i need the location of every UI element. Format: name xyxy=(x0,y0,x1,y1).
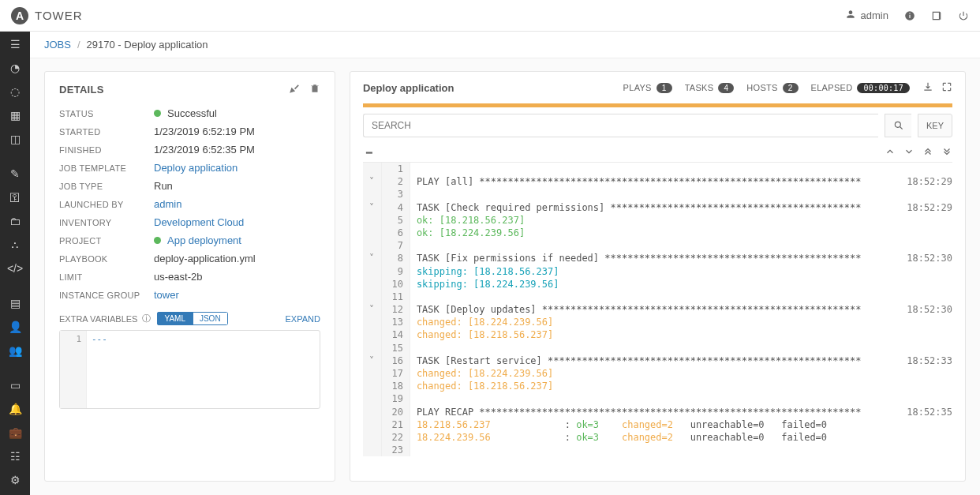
line-number: 19 xyxy=(382,392,410,405)
output-line[interactable]: 18changed: [18.218.56.237] xyxy=(363,380,952,392)
template-link[interactable]: Deploy application xyxy=(154,162,238,174)
teams-icon[interactable]: 👥 xyxy=(6,344,24,357)
collapse-all-icon[interactable]: ━ xyxy=(363,147,372,159)
expand-toggle-icon xyxy=(363,431,382,444)
extra-vars-editor[interactable]: 1 --- xyxy=(59,330,320,409)
output-title: Deploy application xyxy=(363,82,454,94)
output-line[interactable]: ˅12TASK [Deploy updates] ***************… xyxy=(363,303,952,316)
status-dot-icon xyxy=(154,110,161,117)
output-line[interactable]: 23 xyxy=(363,444,952,456)
brand-label: TOWER xyxy=(35,9,83,22)
project-dot-icon xyxy=(154,237,161,244)
credential-types-icon[interactable]: ▭ xyxy=(6,379,24,392)
project-link[interactable]: App deployment xyxy=(167,234,241,246)
instance-groups-icon[interactable]: ☷ xyxy=(6,450,24,463)
output-line[interactable]: 10skipping: [18.224.239.56] xyxy=(363,278,952,291)
expand-toggle-icon xyxy=(363,278,382,291)
portal-icon[interactable]: ◫ xyxy=(6,133,24,145)
inventories-icon[interactable]: ⛬ xyxy=(6,238,24,251)
launched-link[interactable]: admin xyxy=(154,198,181,210)
output-line[interactable]: ˅4TASK [Check required permissions] ****… xyxy=(363,201,952,214)
search-submit-button[interactable] xyxy=(885,114,911,137)
output-line[interactable]: 9skipping: [18.218.56.237] xyxy=(363,265,952,278)
output-line[interactable]: 6ok: [18.224.239.56] xyxy=(363,227,952,239)
expand-output-icon[interactable] xyxy=(941,81,952,94)
output-line[interactable]: 19 xyxy=(363,392,952,405)
output-line[interactable]: 2218.224.239.56 : ok=3 changed=2 unreach… xyxy=(363,431,952,444)
expand-toggle-icon[interactable]: ˅ xyxy=(363,303,382,316)
docs-button[interactable] xyxy=(931,10,942,21)
yaml-toggle[interactable]: YAML xyxy=(157,312,193,325)
output-line[interactable]: 20PLAY RECAP ***************************… xyxy=(363,406,952,418)
credentials-icon[interactable]: ⚿ xyxy=(6,191,24,204)
expand-toggle-icon[interactable]: ˅ xyxy=(363,354,382,367)
igroup-link[interactable]: tower xyxy=(154,289,179,301)
users-icon[interactable]: 👤 xyxy=(6,321,24,333)
expand-toggle-icon xyxy=(363,444,382,456)
user-icon xyxy=(845,9,856,22)
started-value: 1/23/2019 6:52:19 PM xyxy=(154,126,255,137)
key-button[interactable]: KEY xyxy=(918,114,952,137)
expand-toggle-icon[interactable]: ˅ xyxy=(363,175,382,188)
output-line[interactable]: ˅2PLAY [all] ***************************… xyxy=(363,175,952,188)
line-number: 15 xyxy=(382,342,410,354)
breadcrumb-root[interactable]: JOBS xyxy=(44,39,71,51)
line-text xyxy=(410,188,952,201)
breadcrumb: JOBS / 29170 - Deploy application xyxy=(30,32,980,58)
output-body[interactable]: 1˅2PLAY [all] **************************… xyxy=(363,163,952,470)
delete-icon[interactable] xyxy=(309,83,320,96)
expand-toggle-icon xyxy=(363,418,382,431)
line-number: 1 xyxy=(382,163,410,175)
finished-value: 1/23/2019 6:52:35 PM xyxy=(154,144,255,156)
inventory-scripts-icon[interactable]: </> xyxy=(6,262,24,275)
inventory-link[interactable]: Development Cloud xyxy=(154,216,244,228)
schedules-icon[interactable]: ▦ xyxy=(6,109,24,122)
output-line[interactable]: 11 xyxy=(363,291,952,303)
line-number: 16 xyxy=(382,354,410,367)
templates-icon[interactable]: ✎ xyxy=(6,167,24,180)
line-number: 22 xyxy=(382,431,410,444)
output-line[interactable]: 2118.218.56.237 : ok=3 changed=2 unreach… xyxy=(363,418,952,431)
download-icon[interactable] xyxy=(922,81,933,94)
line-text: 18.218.56.237 : ok=3 changed=2 unreachab… xyxy=(410,418,952,431)
search-input[interactable] xyxy=(363,114,878,137)
management-jobs-icon[interactable]: 💼 xyxy=(6,426,24,439)
applications-icon[interactable]: ⚙ xyxy=(6,474,24,486)
output-line[interactable]: 1 xyxy=(363,163,952,175)
notifications-icon[interactable]: 🔔 xyxy=(6,403,24,415)
line-text: changed: [18.224.239.56] xyxy=(410,367,952,380)
hosts-label: HOSTS xyxy=(746,83,777,92)
output-line[interactable]: ˅8TASK [Fix permissions if needed] *****… xyxy=(363,252,952,264)
output-line[interactable]: 5ok: [18.218.56.237] xyxy=(363,214,952,227)
output-line[interactable]: 14changed: [18.218.56.237] xyxy=(363,328,952,341)
output-line[interactable]: ˅16TASK [Restart service] **************… xyxy=(363,354,952,367)
down-icon[interactable] xyxy=(903,146,915,159)
breadcrumb-sep: / xyxy=(77,39,80,51)
organizations-icon[interactable]: ▤ xyxy=(6,297,24,309)
output-line[interactable]: 17changed: [18.224.239.56] xyxy=(363,367,952,380)
bottom-icon[interactable] xyxy=(941,146,952,159)
expand-toggle-icon[interactable]: ˅ xyxy=(363,201,382,214)
help-icon[interactable]: ⓘ xyxy=(142,313,151,324)
expand-button[interactable]: EXPAND xyxy=(285,314,320,324)
top-icon[interactable] xyxy=(922,146,933,159)
output-line[interactable]: 15 xyxy=(363,342,952,354)
template-label: JOB TEMPLATE xyxy=(59,163,154,173)
up-icon[interactable] xyxy=(885,146,896,159)
line-text xyxy=(410,342,952,354)
jobs-icon[interactable]: ◌ xyxy=(6,85,24,98)
expand-toggle-icon[interactable]: ˅ xyxy=(363,252,382,264)
menu-icon[interactable]: ☰ xyxy=(6,38,24,51)
output-line[interactable]: 7 xyxy=(363,239,952,252)
launched-label: LAUNCHED BY xyxy=(59,200,154,209)
info-button[interactable] xyxy=(904,10,915,21)
projects-icon[interactable]: 🗀 xyxy=(6,215,24,227)
output-line[interactable]: 3 xyxy=(363,188,952,201)
tasks-label: TASKS xyxy=(685,83,714,92)
user-menu[interactable]: admin xyxy=(845,9,888,22)
json-toggle[interactable]: JSON xyxy=(193,312,228,325)
output-line[interactable]: 13changed: [18.224.239.56] xyxy=(363,316,952,328)
power-button[interactable] xyxy=(958,10,969,21)
relaunch-icon[interactable] xyxy=(289,83,300,96)
dashboard-icon[interactable]: ◔ xyxy=(6,62,24,74)
